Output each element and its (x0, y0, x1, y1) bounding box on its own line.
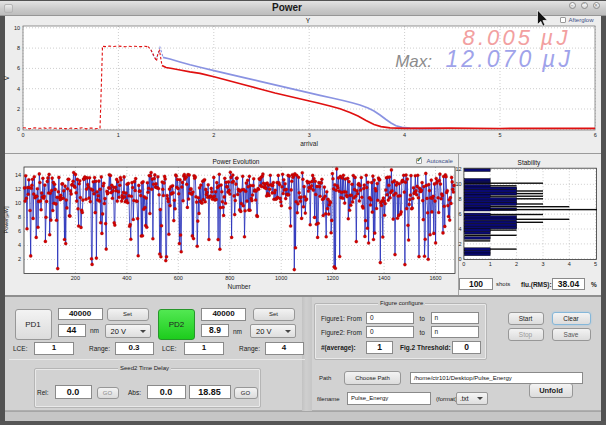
svg-text:3: 3 (308, 132, 311, 138)
svg-text:10: 10 (455, 181, 461, 187)
svg-text:0: 0 (462, 261, 465, 267)
svg-text:2: 2 (18, 256, 21, 262)
svg-text:600: 600 (174, 275, 183, 281)
svg-text:10: 10 (15, 200, 21, 206)
svg-text:2: 2 (515, 261, 518, 267)
svg-text:2: 2 (17, 106, 20, 112)
svg-text:2: 2 (212, 132, 215, 138)
svg-text:6: 6 (458, 211, 461, 217)
svg-text:12: 12 (455, 166, 461, 172)
svg-text:1: 1 (117, 132, 120, 138)
svg-text:arrival: arrival (300, 140, 318, 147)
svg-text:Stability: Stability (518, 159, 542, 167)
svg-text:0: 0 (21, 132, 24, 138)
svg-text:4: 4 (18, 242, 21, 248)
svg-text:Number: Number (227, 283, 251, 290)
svg-text:1600: 1600 (429, 275, 441, 281)
svg-text:4: 4 (568, 261, 571, 267)
svg-text:1200: 1200 (326, 275, 338, 281)
svg-text:1000: 1000 (275, 275, 287, 281)
svg-text:12: 12 (15, 186, 21, 192)
svg-text:3: 3 (541, 261, 544, 267)
svg-text:6: 6 (594, 132, 597, 138)
svg-text:800: 800 (225, 275, 234, 281)
svg-text:V: V (3, 75, 10, 80)
svg-text:0: 0 (458, 256, 461, 262)
svg-text:1: 1 (489, 261, 492, 267)
svg-text:200: 200 (71, 275, 80, 281)
svg-text:8: 8 (458, 196, 461, 202)
svg-text:12.070 µJ: 12.070 µJ (445, 46, 573, 72)
svg-text:1400: 1400 (378, 275, 390, 281)
svg-text:400: 400 (122, 275, 131, 281)
svg-text:Max:: Max: (395, 52, 432, 71)
svg-text:8: 8 (18, 214, 21, 220)
svg-text:5: 5 (594, 261, 597, 267)
svg-text:14: 14 (15, 172, 21, 178)
svg-text:Y: Y (306, 17, 311, 24)
svg-text:0: 0 (17, 126, 20, 132)
svg-text:4: 4 (17, 86, 20, 92)
svg-text:6: 6 (17, 65, 20, 71)
svg-text:4: 4 (403, 132, 406, 138)
svg-text:Power[µW]: Power[µW] (3, 206, 9, 233)
svg-text:Power Evolution: Power Evolution (213, 158, 260, 165)
svg-text:6: 6 (18, 228, 21, 234)
svg-text:2: 2 (458, 241, 461, 247)
svg-text:8: 8 (17, 45, 20, 51)
svg-text:4: 4 (458, 226, 461, 232)
svg-text:5: 5 (498, 132, 501, 138)
svg-text:10: 10 (14, 25, 20, 31)
